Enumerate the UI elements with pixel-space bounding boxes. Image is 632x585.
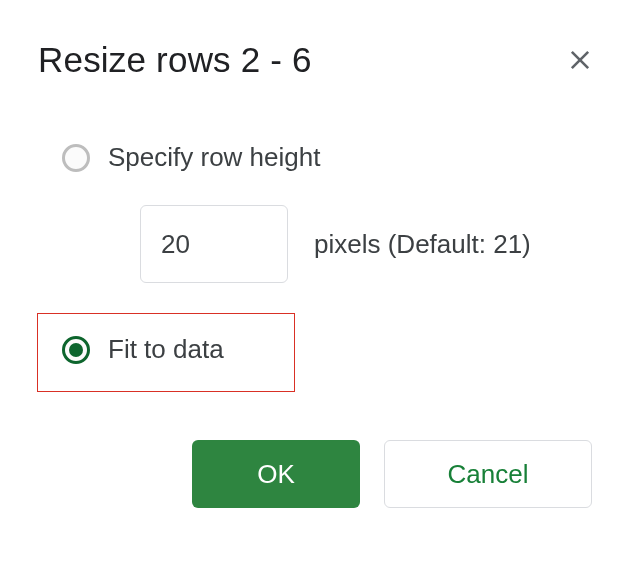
close-icon[interactable] [566,46,594,74]
option-specify-row-height[interactable]: Specify row height [38,130,594,185]
option-fit-to-data[interactable]: Fit to data [37,313,295,392]
dialog-header: Resize rows 2 - 6 [38,40,594,80]
cancel-button[interactable]: Cancel [384,440,592,508]
dialog-title: Resize rows 2 - 6 [38,40,312,80]
dialog-buttons: OK Cancel [192,440,594,508]
row-height-input[interactable] [140,205,288,283]
option-specify-label: Specify row height [108,142,320,173]
unit-label: pixels (Default: 21) [314,229,531,260]
resize-rows-dialog: Resize rows 2 - 6 Specify row height pix… [0,0,632,548]
radio-specify[interactable] [62,144,90,172]
ok-button[interactable]: OK [192,440,360,508]
row-height-input-row: pixels (Default: 21) [140,205,594,283]
option-fit-label: Fit to data [108,334,224,365]
radio-fit[interactable] [62,336,90,364]
